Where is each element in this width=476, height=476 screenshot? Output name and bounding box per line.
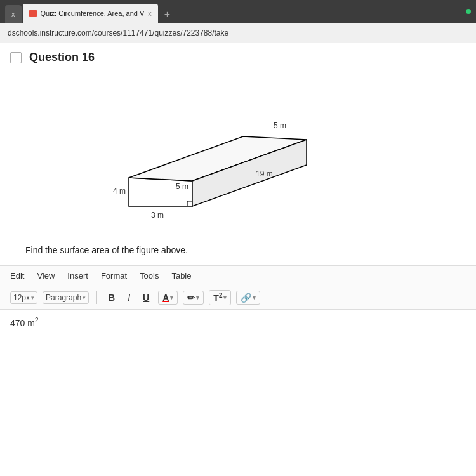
question-text: Find the surface area of the figure abov… [0,240,476,265]
menu-insert[interactable]: Insert [67,270,88,282]
menu-view[interactable]: View [37,270,55,282]
tab-active-label: Quiz: Circumference, Area, and V [41,10,145,17]
tab-close-icon[interactable]: x [148,10,152,17]
svg-text:19 m: 19 m [256,169,273,178]
tab-favicon-icon [29,10,37,17]
bold-button[interactable]: B [105,291,119,304]
menu-edit[interactable]: Edit [10,270,24,282]
address-text[interactable]: dschools.instructure.com/courses/1117471… [8,29,228,37]
link-select[interactable]: 🔗 ▾ [236,291,260,305]
figure-container: 5 m 19 m 4 m 5 m 3 m [0,72,476,240]
new-tab-button[interactable]: + [159,6,175,23]
italic-button[interactable]: I [124,291,134,304]
question-header: Question 16 [0,43,476,72]
font-color-chevron-icon: ▾ [170,294,173,301]
paragraph-select[interactable]: Paragraph ▾ [43,291,89,304]
3d-figure-svg: 5 m 19 m 4 m 5 m 3 m [110,83,376,235]
svg-text:3 m: 3 m [151,211,164,220]
paragraph-chevron-icon: ▾ [83,294,86,301]
browser-tabs: x Quiz: Circumference, Area, and V x + [5,0,175,23]
answer-exponent: 2 [35,317,39,324]
status-dot [466,9,471,14]
question-title: Question 16 [29,51,95,64]
svg-text:5 m: 5 m [274,121,286,130]
menu-format[interactable]: Format [101,270,127,282]
answer-area[interactable]: 470 m2 [0,310,476,348]
editor-format-bar: 12px ▾ Paragraph ▾ B I U A ▾ ✏ ▾ T2 ▾ 🔗 … [0,286,476,310]
link-chevron-icon: ▾ [253,294,256,301]
question-checkbox[interactable] [10,52,22,63]
editor-menu: Edit View Insert Format Tools Table [0,265,476,286]
tab-inactive[interactable]: x [5,5,22,23]
highlight-chevron-icon: ▾ [196,294,199,301]
format-separator-1 [96,291,97,304]
highlight-select[interactable]: ✏ ▾ [183,291,204,305]
tab-active[interactable]: Quiz: Circumference, Area, and V x [23,4,158,23]
superscript-chevron-icon: ▾ [223,294,227,301]
menu-table[interactable]: Table [171,270,191,282]
svg-text:5 m: 5 m [176,182,188,191]
underline-button[interactable]: U [139,291,153,304]
address-bar: dschools.instructure.com/courses/1117471… [0,23,476,43]
tab-inactive-label: x [11,10,15,18]
superscript-select[interactable]: T2 ▾ [209,290,231,305]
font-color-select[interactable]: A ▾ [158,291,178,305]
svg-text:4 m: 4 m [113,187,126,195]
browser-chrome: x Quiz: Circumference, Area, and V x + [0,0,476,23]
font-size-select[interactable]: 12px ▾ [10,291,37,304]
menu-tools[interactable]: Tools [140,270,159,282]
font-size-chevron-icon: ▾ [31,294,34,301]
main-content: Question 16 5 m 19 m 4 m 5 [0,43,476,476]
answer-value: 470 m2 [10,318,38,328]
